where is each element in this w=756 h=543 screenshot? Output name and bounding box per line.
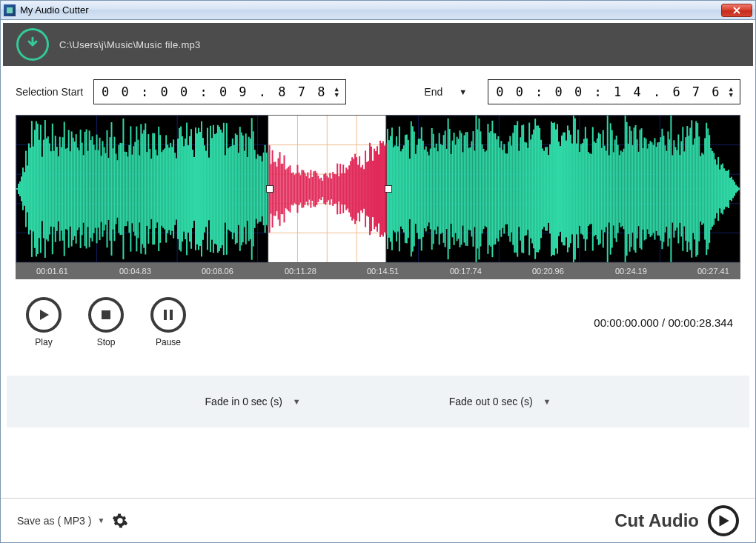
svg-rect-372 — [524, 142, 525, 236]
svg-rect-503 — [717, 157, 719, 221]
svg-rect-40 — [34, 130, 36, 248]
svg-rect-478 — [680, 141, 682, 237]
svg-rect-151 — [198, 128, 199, 250]
pause-icon — [150, 297, 186, 333]
load-file-button[interactable] — [16, 28, 49, 61]
svg-rect-95 — [115, 153, 116, 224]
svg-rect-484 — [689, 128, 691, 250]
svg-rect-209 — [284, 156, 285, 223]
stop-button[interactable]: Stop — [88, 297, 124, 347]
svg-rect-269 — [372, 161, 374, 217]
svg-rect-431 — [611, 130, 613, 248]
svg-rect-412 — [583, 139, 585, 239]
svg-rect-385 — [543, 151, 545, 227]
svg-rect-73 — [83, 155, 84, 222]
svg-rect-377 — [531, 134, 533, 243]
svg-rect-185 — [248, 137, 250, 241]
svg-rect-223 — [304, 173, 305, 205]
selection-end-input[interactable]: 0 0 : 0 0 : 1 4 . 6 7 6 ▲▼ — [488, 79, 740, 104]
svg-rect-251 — [345, 167, 347, 210]
svg-rect-260 — [359, 156, 360, 221]
svg-rect-491 — [700, 156, 701, 221]
svg-rect-78 — [90, 140, 92, 238]
svg-rect-118 — [149, 149, 150, 229]
svg-rect-159 — [210, 126, 211, 252]
svg-rect-408 — [577, 130, 579, 248]
svg-rect-319 — [446, 149, 448, 229]
playback-position: 00:00:00.000 / 00:00:28.344 — [594, 316, 733, 329]
fade-out-dropdown[interactable]: Fade out 0 sec (s) ▼ — [449, 396, 551, 407]
svg-rect-265 — [366, 162, 368, 216]
selection-end-value: 0 0 : 0 0 : 1 4 . 6 7 6 — [496, 84, 721, 99]
svg-rect-219 — [298, 173, 299, 205]
svg-rect-100 — [122, 119, 124, 259]
svg-rect-429 — [609, 155, 610, 222]
svg-rect-379 — [534, 119, 536, 259]
svg-rect-39 — [33, 147, 34, 232]
svg-rect-507 — [723, 168, 725, 209]
cut-audio-button[interactable]: Cut Audio — [614, 505, 739, 536]
svg-rect-181 — [242, 136, 244, 242]
svg-rect-146 — [190, 129, 192, 249]
svg-rect-389 — [549, 144, 551, 234]
svg-rect-35 — [27, 165, 28, 212]
svg-rect-215 — [292, 173, 294, 206]
pause-button[interactable]: Pause — [150, 297, 186, 347]
svg-rect-500 — [713, 153, 714, 224]
gear-icon[interactable] — [112, 513, 128, 529]
svg-rect-515 — [735, 185, 737, 193]
svg-rect-247 — [339, 164, 341, 214]
svg-rect-469 — [667, 131, 669, 246]
close-button[interactable] — [721, 4, 752, 17]
svg-rect-191 — [257, 154, 259, 223]
save-as-dropdown[interactable]: Save as ( MP3 ) ▼ — [17, 515, 105, 527]
svg-rect-256 — [353, 159, 354, 219]
end-dropdown-icon[interactable]: ▼ — [459, 87, 467, 96]
svg-rect-140 — [182, 136, 183, 241]
svg-rect-160 — [211, 138, 213, 239]
svg-rect-426 — [604, 146, 606, 233]
svg-marker-520 — [40, 310, 49, 320]
svg-rect-487 — [694, 139, 695, 240]
svg-rect-394 — [557, 124, 558, 253]
svg-rect-130 — [167, 144, 168, 233]
svg-rect-238 — [326, 176, 328, 202]
svg-rect-492 — [701, 153, 703, 225]
svg-rect-384 — [542, 148, 543, 229]
end-spinner[interactable]: ▲▼ — [729, 86, 735, 98]
svg-rect-485 — [691, 120, 692, 257]
svg-rect-235 — [322, 181, 323, 197]
ruler-tick: 00:27.41 — [697, 267, 729, 276]
svg-rect-447 — [635, 125, 637, 253]
svg-rect-208 — [282, 164, 284, 214]
svg-rect-461 — [655, 147, 657, 231]
svg-rect-468 — [666, 151, 667, 227]
svg-rect-481 — [685, 137, 686, 241]
ruler-tick: 00:11.28 — [285, 267, 316, 276]
start-spinner[interactable]: ▲▼ — [334, 86, 340, 98]
waveform[interactable] — [16, 115, 740, 263]
svg-rect-448 — [637, 139, 638, 239]
svg-rect-398 — [563, 133, 564, 245]
svg-rect-337 — [472, 131, 474, 247]
svg-rect-392 — [554, 122, 555, 255]
svg-rect-418 — [592, 127, 594, 251]
svg-rect-156 — [205, 151, 207, 227]
svg-rect-91 — [109, 137, 110, 241]
svg-rect-121 — [153, 133, 155, 244]
svg-rect-499 — [712, 151, 713, 227]
selection-start-input[interactable]: 0 0 : 0 0 : 0 9 . 8 7 8 ▲▼ — [93, 79, 346, 104]
svg-rect-138 — [179, 128, 180, 250]
fade-in-dropdown[interactable]: Fade in 0 sec (s) ▼ — [205, 396, 301, 407]
svg-rect-343 — [481, 144, 483, 234]
svg-rect-457 — [649, 141, 651, 237]
svg-rect-123 — [156, 156, 158, 223]
svg-rect-245 — [336, 164, 338, 215]
selection-start-handle[interactable] — [266, 185, 273, 193]
svg-rect-207 — [281, 164, 282, 214]
play-button[interactable]: Play — [26, 297, 62, 347]
svg-rect-460 — [654, 138, 655, 239]
svg-rect-74 — [84, 132, 86, 246]
selection-end-handle[interactable] — [385, 185, 392, 193]
chevron-down-icon: ▼ — [293, 397, 301, 406]
